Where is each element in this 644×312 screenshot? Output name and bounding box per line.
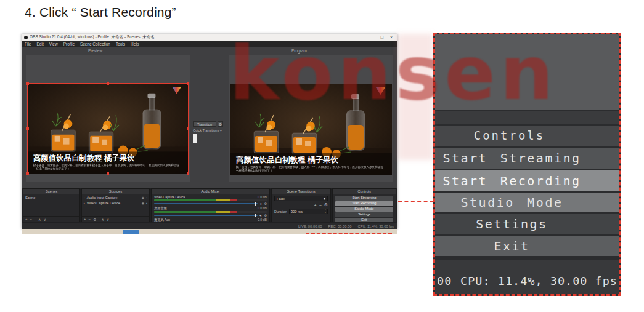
- sources-header: Sources: [82, 189, 149, 194]
- menu-item-view[interactable]: View: [49, 42, 58, 46]
- selection-handle[interactable]: [107, 82, 109, 85]
- exit-button[interactable]: Exit: [335, 218, 393, 222]
- zoom-status-rec-fragment: 00: [437, 274, 452, 287]
- docks-row: Scenes Scene + − ∧ ∨ Sources ▪ Audio Inp…: [22, 188, 397, 223]
- page-title: 4. Click “ Start Recording”: [25, 5, 176, 20]
- video-subline2: 一杯橘子果饮就制作完毕了！: [33, 167, 70, 171]
- video-subline1: 橘子去皮，逐瓣掰开，取两只杯，把所有食材和橘子放入杯子中，再加冰块，倒入杯中即可…: [235, 165, 386, 169]
- mixer-channel: 桌面音频 0.0 dB ◄ ⚙: [152, 206, 269, 217]
- scenes-header: Scenes: [23, 189, 79, 194]
- window-title: OBS Studio 21.0.4 (64-bit, windows) - Pr…: [30, 34, 372, 40]
- add-icon[interactable]: +: [84, 217, 86, 221]
- settings-button[interactable]: Settings: [335, 212, 393, 217]
- studio-mode-button[interactable]: Studio Mode: [335, 207, 393, 212]
- slider-knob[interactable]: [255, 202, 256, 206]
- menu-item-profile[interactable]: Profile: [63, 42, 75, 46]
- selection-handle[interactable]: [26, 172, 29, 175]
- volume-meter: [154, 199, 267, 201]
- selection-handle[interactable]: [187, 82, 189, 85]
- remove-icon[interactable]: −: [89, 217, 91, 221]
- duration-spinner[interactable]: 300 ms ▴ ▾: [289, 209, 328, 214]
- zoom-start-recording-button[interactable]: Start Recording: [435, 170, 619, 191]
- lock-icon[interactable]: ▪: [146, 196, 147, 199]
- sources-toolbar: + − ⚙ ∧ ∨: [82, 216, 149, 222]
- zoom-controls-header: Controls: [435, 126, 619, 146]
- visibility-eye-icon[interactable]: ◉: [142, 201, 144, 205]
- preview-canvas[interactable]: 高颜值饮品自制教程 橘子果饮 橘子去皮，逐瓣掰开，取两只杯，把所有食材和橘子放入…: [27, 83, 189, 174]
- menu-item-file[interactable]: File: [25, 42, 31, 46]
- zoom-exit-button[interactable]: Exit: [435, 236, 619, 256]
- properties-gear-icon[interactable]: ⚙: [93, 217, 96, 222]
- transition-type-select[interactable]: Fade ▾: [274, 196, 328, 201]
- selection-handle[interactable]: [107, 172, 109, 175]
- selection-handle[interactable]: [187, 127, 189, 130]
- source-row-video-capture[interactable]: ▪ Video Capture Device ◉ ▪: [82, 200, 149, 206]
- screenshot-canvas: 4. Click “ Start Recording” OBS Studio 2…: [0, 0, 644, 312]
- mixer-channel-label: 麦克风 Aux: [154, 218, 170, 222]
- spin-down-icon[interactable]: ▾: [325, 212, 326, 214]
- drink-video-frame: 高颜值饮品自制教程 橘子果饮 橘子去皮，逐瓣掰开，取两只杯，把所有食材和橘子放入…: [28, 84, 188, 174]
- speaker-icon[interactable]: ◄: [259, 214, 262, 217]
- source-row-audio-input[interactable]: ▪ Audio Input Capture ◉ ▪: [82, 194, 149, 200]
- menu-bar: File Edit View Profile Scene Collection …: [22, 41, 397, 47]
- quick-transition-chip[interactable]: [193, 134, 197, 143]
- move-down-icon[interactable]: ∨: [107, 217, 109, 222]
- video-subline1: 橘子去皮，逐瓣掰开，取两只杯，把所有食材和橘子放入杯子中，再加冰块，倒入杯中即可…: [33, 163, 182, 167]
- slider-knob[interactable]: [255, 214, 256, 217]
- remove-transition-icon[interactable]: −: [319, 203, 322, 207]
- mixer-channel-label: 桌面音频: [154, 206, 167, 210]
- obs-logo-icon: [24, 36, 28, 39]
- speaker-icon[interactable]: ◄: [259, 202, 262, 206]
- move-up-icon[interactable]: ∧: [38, 217, 41, 222]
- status-bar: LIVE: 00:00:00 REC: 00:00:00 CPU: 11.4%,…: [22, 223, 397, 229]
- cpu-fps: CPU: 11.4%, 30.00 fps: [357, 225, 394, 228]
- program-label: Program: [291, 49, 307, 53]
- scenes-toolbar: + − ∧ ∨: [23, 216, 79, 222]
- lock-icon[interactable]: ▪: [146, 201, 147, 205]
- live-time: LIVE: 00:00:00: [298, 225, 322, 228]
- zoom-status-cpu-fps: CPU: 11.4%, 30.00 fps: [460, 274, 618, 287]
- move-up-icon[interactable]: ∧: [101, 217, 104, 222]
- controls-header: Controls: [333, 189, 396, 194]
- menu-item-help[interactable]: Help: [131, 42, 139, 46]
- menu-item-edit[interactable]: Edit: [36, 42, 43, 46]
- selection-handle[interactable]: [26, 82, 29, 85]
- scene-list-item[interactable]: Scene: [23, 194, 79, 201]
- transition-properties-gear-icon[interactable]: ⚙: [324, 202, 328, 207]
- move-down-icon[interactable]: ∨: [43, 217, 46, 222]
- channel-gear-icon[interactable]: ⚙: [264, 214, 267, 217]
- obs-window: OBS Studio 21.0.4 (64-bit, windows) - Pr…: [22, 34, 397, 229]
- mixer-channel-label: Video Capture Device: [154, 195, 185, 199]
- transition-gear-icon[interactable]: ⚙: [218, 121, 223, 127]
- studio-mode-area: Preview Program: [22, 47, 397, 188]
- quick-transitions-label: Quick Transitions +: [193, 129, 227, 132]
- transition-column: Transition ⚙ Quick Transitions +: [193, 121, 227, 143]
- selection-handle[interactable]: [187, 172, 189, 175]
- volume-slider[interactable]: ◄ ⚙: [154, 202, 267, 206]
- minimize-button[interactable]: –: [372, 34, 374, 41]
- start-recording-button[interactable]: Start Recording: [335, 201, 393, 206]
- menu-item-tools[interactable]: Tools: [116, 42, 125, 46]
- selection-handle[interactable]: [26, 127, 29, 130]
- transition-button[interactable]: Transition: [193, 121, 216, 127]
- zoom-start-streaming-button[interactable]: Start Streaming: [435, 148, 619, 169]
- start-streaming-button[interactable]: Start Streaming: [335, 196, 393, 201]
- visibility-eye-icon[interactable]: ◉: [142, 196, 144, 199]
- add-transition-icon[interactable]: +: [314, 203, 317, 207]
- close-button[interactable]: ×: [390, 34, 393, 41]
- add-icon[interactable]: +: [25, 217, 28, 221]
- maximize-button[interactable]: □: [381, 34, 383, 41]
- quick-transition-add-icon[interactable]: +: [220, 129, 222, 132]
- annotation-connector-line: [398, 201, 434, 202]
- mixer-db-value: 0.0 dB: [258, 195, 267, 199]
- taskbar-active-app[interactable]: [123, 230, 139, 234]
- channel-gear-icon[interactable]: ⚙: [264, 202, 267, 206]
- remove-icon[interactable]: −: [30, 217, 33, 221]
- rec-time: REC: 00:00:00: [328, 225, 351, 228]
- program-canvas[interactable]: 高颜值饮品自制教程 橘子果饮 橘子去皮，逐瓣掰开，取两只杯，把所有食材和橘子放入…: [230, 84, 392, 175]
- volume-slider[interactable]: ◄ ⚙: [154, 214, 267, 217]
- mixer-db-value: 0.0 dB: [258, 218, 267, 222]
- zoom-studio-mode-button[interactable]: Studio Mode: [435, 193, 619, 212]
- zoom-settings-button[interactable]: Settings: [435, 214, 619, 234]
- menu-item-scene-collection[interactable]: Scene Collection: [80, 42, 110, 46]
